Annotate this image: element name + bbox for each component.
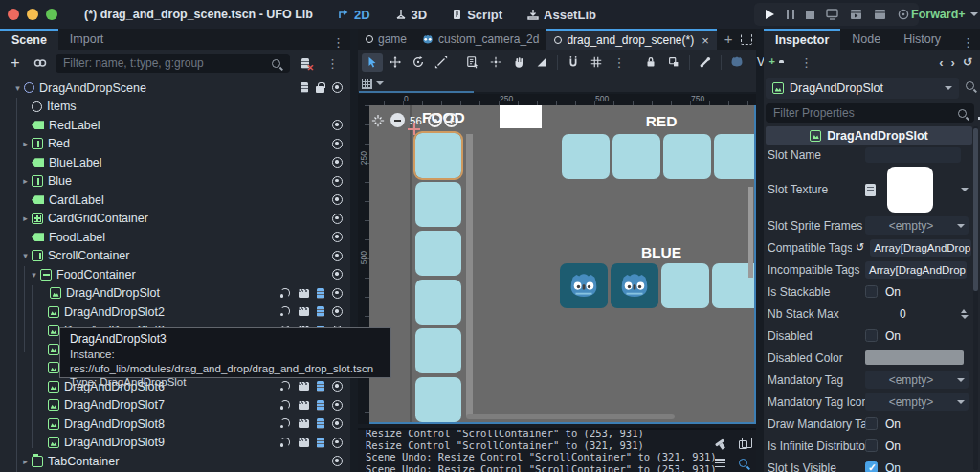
rotate-tool[interactable] bbox=[408, 53, 429, 72]
instance-icon[interactable] bbox=[299, 438, 309, 447]
scene-tab-game[interactable]: game bbox=[358, 29, 414, 50]
close-icon[interactable]: × bbox=[702, 34, 709, 48]
lock-icon[interactable] bbox=[316, 86, 324, 93]
tree-node-redlabel[interactable]: RedLabel bbox=[0, 116, 350, 135]
detach-script-icon[interactable]: ✕ bbox=[296, 54, 315, 73]
clear-output-icon[interactable] bbox=[712, 435, 727, 450]
tab-history[interactable]: History bbox=[892, 29, 952, 50]
visibility-icon[interactable] bbox=[332, 194, 343, 205]
food-slot[interactable] bbox=[415, 231, 461, 276]
snap-options-icon[interactable]: ⋮ bbox=[609, 53, 630, 72]
zoom-out-button[interactable] bbox=[390, 113, 405, 127]
visibility-icon[interactable] bbox=[332, 251, 343, 261]
filter-messages-icon[interactable] bbox=[712, 455, 727, 470]
history-back-icon[interactable]: ‹ bbox=[939, 56, 943, 70]
godot-override-icon[interactable] bbox=[726, 53, 747, 72]
signal-icon[interactable] bbox=[279, 306, 291, 317]
tab-3d[interactable]: 3D bbox=[395, 8, 428, 22]
movie-maker-icon[interactable] bbox=[898, 9, 909, 20]
revert-icon[interactable]: ↺ bbox=[856, 241, 864, 254]
visibility-icon[interactable] bbox=[332, 232, 343, 242]
tab-2d[interactable]: 2D bbox=[338, 8, 370, 22]
visibility-icon[interactable] bbox=[332, 418, 343, 429]
script-icon[interactable] bbox=[317, 400, 324, 411]
pause-button[interactable] bbox=[787, 10, 794, 19]
instance-icon[interactable] bbox=[299, 289, 309, 298]
tree-node-bluelabel[interactable]: BlueLabel bbox=[0, 153, 350, 172]
edited-object-selector[interactable]: DragAndDropSlot bbox=[766, 78, 959, 99]
visibility-icon[interactable] bbox=[332, 120, 343, 130]
visibility-icon[interactable] bbox=[332, 139, 343, 149]
blue-slot-godot[interactable] bbox=[560, 263, 608, 308]
tree-node-foodlabel[interactable]: FoodLabel bbox=[0, 228, 350, 247]
collapse-arrow-icon[interactable]: ▾ bbox=[11, 83, 24, 93]
red-slot[interactable] bbox=[663, 134, 711, 179]
history-forward-icon[interactable]: › bbox=[951, 56, 955, 70]
tree-node-draganddropslot7[interactable]: DragAndDropSlot7 bbox=[0, 396, 350, 416]
blue-slot-godot[interactable] bbox=[611, 263, 658, 308]
tree-node-draganddropslot2[interactable]: DragAndDropSlot2 bbox=[0, 303, 350, 322]
expand-arrow-icon[interactable]: ▸ bbox=[19, 139, 32, 148]
collapse-arrow-icon[interactable]: ▾ bbox=[28, 270, 40, 280]
instance-icon[interactable] bbox=[299, 307, 309, 316]
tab-script[interactable]: Script bbox=[452, 8, 502, 22]
select-tool[interactable] bbox=[362, 53, 383, 72]
tree-node-blue[interactable]: ▸ Blue bbox=[0, 172, 350, 191]
resource-menu-icon[interactable]: ⋮ bbox=[794, 56, 818, 70]
property-filter-input[interactable] bbox=[766, 106, 958, 120]
visibility-icon[interactable] bbox=[332, 288, 343, 299]
stop-button[interactable] bbox=[806, 11, 814, 19]
food-slot[interactable] bbox=[415, 182, 461, 227]
move-tool[interactable] bbox=[385, 53, 406, 72]
pivot-tool[interactable] bbox=[485, 53, 506, 72]
tab-scene[interactable]: Scene bbox=[0, 29, 58, 50]
tree-node-red[interactable]: ▸ Red bbox=[0, 135, 350, 154]
food-slot[interactable] bbox=[415, 328, 461, 373]
tree-node-tabcontainer[interactable]: ▸ TabContainer bbox=[0, 452, 350, 471]
play-scene-button[interactable] bbox=[850, 9, 862, 20]
slot-visible-checkbox[interactable] bbox=[865, 461, 878, 472]
window-minimize-button[interactable] bbox=[27, 9, 38, 20]
disabled-color-swatch[interactable] bbox=[865, 350, 964, 365]
signal-icon[interactable] bbox=[279, 400, 291, 411]
expand-arrow-icon[interactable]: ▸ bbox=[19, 457, 32, 466]
script-icon[interactable] bbox=[301, 82, 308, 93]
pan-tool[interactable] bbox=[508, 53, 529, 72]
red-slot[interactable] bbox=[562, 134, 610, 179]
tree-node-cardlabel[interactable]: CardLabel bbox=[0, 191, 350, 210]
expand-arrow-icon[interactable]: ▸ bbox=[19, 176, 32, 186]
canvas-horizontal-scrollbar[interactable] bbox=[466, 414, 675, 419]
zoom-level[interactable]: 56 bbox=[410, 115, 422, 126]
spinner-icon[interactable] bbox=[961, 309, 969, 319]
mandatory-tag-dropdown[interactable]: <empty> bbox=[865, 371, 969, 389]
script-icon[interactable] bbox=[317, 288, 324, 299]
ruler-tool[interactable] bbox=[531, 53, 552, 72]
2d-canvas[interactable]: FOOD RED BLUE 56 + bbox=[369, 105, 756, 424]
grid-visibility-dropdown[interactable] bbox=[362, 79, 384, 89]
scene-tab-custom-camera-2d[interactable]: custom_camera_2d bbox=[414, 29, 546, 50]
visibility-icon[interactable] bbox=[332, 269, 343, 280]
copy-output-icon[interactable] bbox=[735, 437, 750, 452]
tab-import[interactable]: Import bbox=[58, 29, 115, 50]
scene-filter-input[interactable] bbox=[56, 56, 272, 70]
group-selected-icon[interactable] bbox=[663, 53, 684, 72]
expand-arrow-icon[interactable]: ▸ bbox=[19, 214, 32, 223]
tree-node-scrollcontainer[interactable]: ▾ ScrollContainer bbox=[0, 247, 350, 266]
is-stackable-checkbox[interactable] bbox=[865, 285, 878, 298]
new-scene-tab-button[interactable]: + bbox=[724, 31, 733, 47]
mandatory-tag-icon-dropdown[interactable]: <empty> bbox=[865, 393, 969, 411]
center-view-icon[interactable] bbox=[371, 114, 385, 127]
zoom-reset-button[interactable] bbox=[428, 113, 442, 127]
visibility-icon[interactable] bbox=[332, 157, 343, 168]
compatible-tags-array[interactable]: Array[DragAndDrop bbox=[870, 239, 971, 257]
play-custom-scene-button[interactable] bbox=[874, 9, 886, 20]
history-list-icon[interactable]: ↺ bbox=[963, 56, 972, 69]
disabled-checkbox[interactable] bbox=[865, 329, 878, 342]
visibility-icon[interactable] bbox=[332, 438, 343, 448]
chevron-down-icon[interactable] bbox=[961, 188, 969, 191]
skeleton-bone-icon[interactable] bbox=[695, 53, 716, 72]
tree-node-draganddropslot8[interactable]: DragAndDropSlot8 bbox=[0, 415, 350, 434]
instance-icon[interactable] bbox=[299, 419, 309, 428]
slot-name-input[interactable] bbox=[865, 147, 961, 163]
food-slot-selected[interactable] bbox=[415, 133, 461, 178]
